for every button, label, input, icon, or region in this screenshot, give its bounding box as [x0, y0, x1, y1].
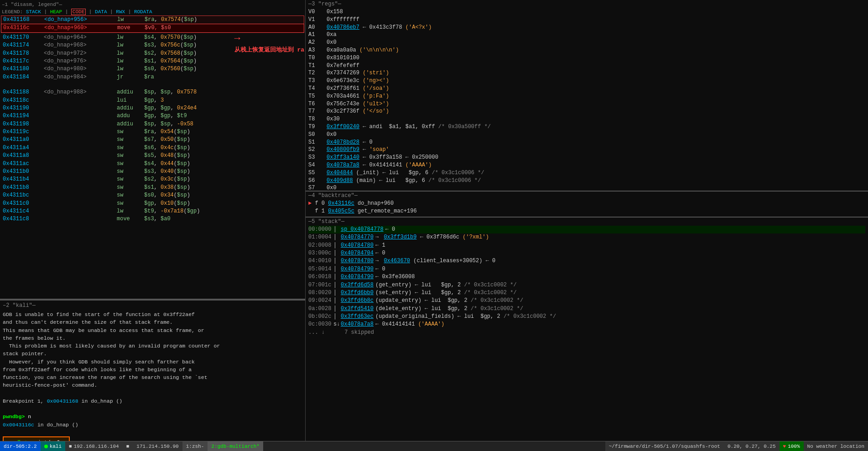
asm-mnem: move — [117, 24, 145, 32]
ip1-label: 192.168.116.104 — [74, 444, 119, 449]
session-label: dir-505:2.2 — [4, 444, 37, 449]
stack-line: 09:0024 │ 0x3ffd6b8c (update_entry) ← lu… — [308, 297, 865, 305]
asm-line: 0x4311b4 sw $s2, 0x3c($sp) — [1, 176, 304, 183]
asm-line: 0x4311a0 sw $s7, 0x50($sp) — [1, 136, 304, 144]
asm-line: 0x4311c8 move $s3, $a0 — [1, 215, 304, 223]
asm-line-current: 0x43116c <do_hnap+960> move $v0, $s0 — [1, 24, 304, 32]
stack-line: 08:0020 │ 0x3ffd6bb0 (set_entry) ← lui $… — [308, 289, 865, 297]
asm-ops: $v0, $s0 — [145, 24, 171, 32]
kali-text: GDB is unable to find the start of the f… — [3, 311, 302, 441]
reg-line: T1 0x7efefeff — [308, 62, 865, 70]
asm-addr: 0x431168 — [3, 16, 44, 24]
status-tty: 1:zsh- — [182, 441, 208, 451]
asm-line: 0x431190 addiu $gp, $gp, 0x24e4 — [1, 104, 304, 112]
status-battery: ♥ 100% — [780, 441, 804, 451]
asm-line: 0x4311b0 sw $s3, 0x40($sp) — [1, 168, 304, 176]
reg-line: T6 0x756c743e ('ult>') — [308, 100, 865, 108]
annotation1: 从栈上恢复返回地址到 ra — [234, 46, 304, 54]
stack-line: 02:0008 │ 0x40784780 ← 1 — [308, 242, 865, 249]
bt-line: f 1 0x405c5c get_remote_mac+196 — [308, 207, 865, 215]
reg-line: S5 0x404844 (_init) ← lui $gp, 6 /* 0x3c… — [308, 169, 865, 177]
stack-line: 0b:002c │ 0x3ffd63ec (update_original_fi… — [308, 313, 865, 321]
asm-line: 0x43119c sw $ra, 0x54($sp) — [1, 128, 304, 136]
top-section: –1 "disasm, legend"— LEGEND: STACK | HEA… — [0, 0, 868, 441]
regs-panel: —3 "regs"— V0 0x158 V1 0xffffffff A0 0x4… — [306, 0, 868, 192]
ip2-label: 171.214.150.90 — [136, 444, 178, 449]
bt-line: ► f 0 0x43116c do_hnap+960 — [308, 200, 865, 207]
asm-line: 0x431188 <do_hnap+988> addiu $sp, $sp, 0… — [1, 88, 304, 96]
status-flag: ■ — [123, 441, 133, 451]
reg-line: A0 0x40786eb7 ← 0x413c3f78 ('A<?x') — [308, 24, 865, 31]
asm-func: <do_hnap+960> — [44, 24, 117, 32]
asm-line: 0x4311a4 sw $s6, 0x4c($sp) — [1, 144, 304, 152]
backtrace-panel: —4 "backtrace"— ► f 0 0x43116c do_hnap+9… — [306, 192, 868, 218]
legend-labels: LEGEND: STACK | HEAP | CODE | DATA | RWX… — [0, 8, 305, 16]
status-weather: No weather location — [804, 441, 868, 451]
reg-line: T7 0x3c2f736f ('</so') — [308, 108, 865, 115]
asm-func: <do_hnap+956> — [44, 16, 117, 24]
status-load: 0.20, 0.27, 0.25 — [724, 441, 780, 451]
reg-line: S6 0x409d88 (main) ← lui $gp, 6 /* 0x3c1… — [308, 177, 865, 185]
reg-line: S3 0x3ff3a140 ← 0x3ff3a158 ← 0x250000 — [308, 154, 865, 161]
reg-line: S2 0x40800fb9 ← 'soap' — [308, 146, 865, 154]
status-session: dir-505:2.2 — [0, 441, 41, 451]
asm-line: 0x431184 <do_hnap+984> jr $ra — [1, 73, 230, 81]
reg-line: T4 0x2f736f61 ('/soa') — [308, 85, 865, 93]
asm-line: 0x4311bc sw $s0, 0x34($sp) — [1, 192, 304, 199]
asm-line: 0x43118c lui $gp, 3 — [1, 97, 304, 104]
code-panel: –1 "disasm, legend"— LEGEND: STACK | HEA… — [0, 0, 305, 300]
asm-line: 0x4311c0 sw $gp, 0x10($sp) — [1, 200, 304, 207]
asm-line: 0x4311c4 lw $t9, -0x7a18($gp) — [1, 207, 304, 215]
green-dot — [44, 445, 48, 448]
status-shell: kali — [41, 441, 65, 451]
asm-line: 0x431174 <do_hnap+968> lw $s3, 0x756c($s… — [1, 41, 230, 49]
reg-line: V0 0x158 — [308, 8, 865, 16]
backtrace-header: —4 "backtrace"— — [308, 192, 865, 199]
asm-line: 0x431168 <do_hnap+956> lw $ra, 0x7574($s… — [1, 16, 304, 24]
tty-label: 1:zsh- — [186, 444, 204, 449]
asm-line: 0x431194 addu $gp, $gp, $t9 — [1, 112, 304, 120]
heart-icon: ♥ — [783, 444, 786, 449]
asm-mnem: lw — [117, 16, 145, 24]
reg-line: S7 0x0 — [308, 184, 865, 192]
status-path: ~/firmware/dir-505/1.07/squashfs-root — [605, 441, 724, 451]
status-ip1: ■ 192.168.116.104 — [65, 441, 123, 451]
reg-line: S1 0x4078bd28 ← 0 — [308, 139, 865, 146]
asm-line: 0x431198 addiu $sp, $sp, -0x58 — [1, 120, 304, 128]
reg-line: A1 0xa — [308, 31, 865, 39]
asm-line: 0x431178 <do_hnap+972> lw $s2, 0x7568($s… — [1, 50, 230, 57]
asm-line: 0x4311b8 sw $s1, 0x38($sp) — [1, 184, 304, 192]
kali-header: –2 "kali"— — [3, 302, 302, 309]
stack-line: 05:0014 │ 0x40784790 ← 0 — [308, 265, 865, 273]
stack-line: 07:001c │ 0x3ffd6d58 (get_entry) ← lui $… — [308, 281, 865, 289]
regs-header: —3 "regs"— — [308, 1, 865, 7]
asm-line: 0x4311a8 sw $s5, 0x48($sp) — [1, 152, 304, 160]
reg-line: S0 0x0 — [308, 131, 865, 139]
weather-label: No weather location — [807, 444, 864, 449]
stack-line: 0a:0028 │ 0x3ffd5410 (delete_entry) ← lu… — [308, 305, 865, 313]
path-label: ~/firmware/dir-505/1.07/squashfs-root — [609, 444, 720, 449]
stack-line: 03:000c │ 0x40784704 ← 0 — [308, 249, 865, 257]
reg-line: T8 0x30 — [308, 115, 865, 123]
reg-line: A3 0xa0a0a0a ('\n\n\n\n') — [308, 47, 865, 54]
right-panel: —3 "regs"— V0 0x158 V1 0xffffffff A0 0x4… — [306, 0, 868, 441]
reg-line: T5 0x703a4661 ('p:Fa') — [308, 93, 865, 100]
reg-line: T9 0x3ff00240 ← andi $a1, $a1, 0xff /* 0… — [308, 123, 865, 131]
stack-line: 04:0010 │ 0x40784780 → 0x463670 (client_… — [308, 257, 865, 265]
stack-line: 0c:0030 s↓ 0x4078a7a8 ← 0x41414141 ('AAA… — [308, 321, 865, 328]
status-bar: dir-505:2.2 kali ■ 192.168.116.104 ■ 171… — [0, 441, 868, 451]
code-content: 0x431168 <do_hnap+956> lw $ra, 0x7574($s… — [0, 16, 305, 294]
stack-line: 00:0000 │ sp 0x40784778 ← 0 — [308, 226, 865, 233]
asm-line: 0x4311ac sw $s4, 0x44($sp) — [1, 160, 304, 168]
stack-line: 06:0018 │ 0x40784790 ← 0x3fe36008 — [308, 273, 865, 281]
left-panel: –1 "disasm, legend"— LEGEND: STACK | HEA… — [0, 0, 306, 441]
asm-line: 0x431170 <do_hnap+964> lw $s4, 0x7570($s… — [1, 34, 230, 41]
stack-header: —5 "stack"— — [308, 218, 865, 225]
stack-skip-line: ... ↓ 7 skipped — [308, 329, 865, 337]
battery-label: 100% — [788, 444, 800, 449]
asm-addr: 0x43116c — [3, 24, 44, 32]
reg-line: A2 0x0 — [308, 39, 865, 47]
asm-line: 0x431180 <do_hnap+980> lw $s0, 0x7560($s… — [1, 65, 230, 73]
status-gdb: 2:gdb-multiarch* — [208, 441, 263, 451]
shell-label: kali — [50, 444, 62, 449]
